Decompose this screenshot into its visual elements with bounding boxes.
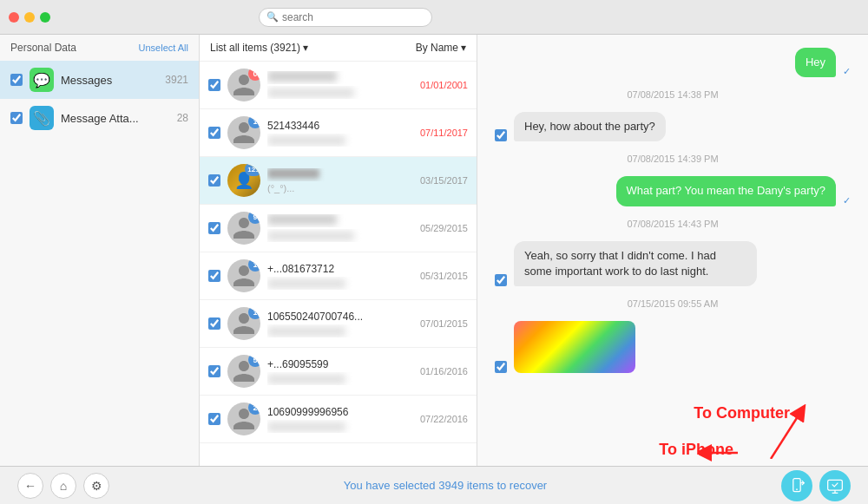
contact-info: (°_°)... xyxy=(267,168,413,193)
message-row xyxy=(495,321,851,373)
message-bubble: Yeah, so sorry that I didn't come. I had… xyxy=(514,241,757,286)
contact-checkbox[interactable] xyxy=(208,127,220,139)
selected-count: 3949 xyxy=(438,479,464,492)
maximize-button[interactable] xyxy=(40,12,50,23)
bottom-bar: ← ⌂ ⚙ You have selected 3949 items to re… xyxy=(0,466,868,504)
badge: 2 xyxy=(248,403,260,415)
list-item[interactable]: 9 05/29/2015 xyxy=(200,205,477,252)
contact-checkbox[interactable] xyxy=(208,222,220,234)
contact-date: 05/31/2015 xyxy=(420,271,468,281)
contact-checkbox[interactable] xyxy=(208,174,220,187)
search-icon: 🔍 xyxy=(266,11,279,23)
badge: 1 xyxy=(248,259,260,272)
badge: 121 xyxy=(245,164,260,176)
list-all-button[interactable]: List all items (3921) ▾ xyxy=(210,42,308,54)
contact-info: +...081673712 xyxy=(267,263,413,290)
arrow-computer-icon xyxy=(762,403,814,459)
to-iphone-button[interactable] xyxy=(781,470,812,501)
contact-info: +...69095599 xyxy=(267,358,413,385)
contact-date: 01/16/2016 xyxy=(420,366,468,376)
back-button[interactable]: ← xyxy=(17,473,43,499)
badge: 5 xyxy=(248,355,260,367)
contact-name xyxy=(267,168,413,181)
list-item[interactable]: 5 +...69095599 01/16/2016 xyxy=(200,348,477,396)
to-computer-button[interactable] xyxy=(819,470,851,501)
message-tick: ✓ xyxy=(843,66,851,77)
list-item[interactable]: 1 +...081673712 05/31/2015 xyxy=(200,252,477,300)
avatar: 0 xyxy=(227,69,260,101)
badge: 1 xyxy=(248,116,260,128)
list-item[interactable]: 0 01/01/2001 xyxy=(200,62,477,109)
avatar: 9 xyxy=(227,212,260,245)
contacts-list: 0 01/01/2001 1 xyxy=(200,62,477,466)
nav-buttons: ← ⌂ ⚙ xyxy=(17,473,109,499)
contact-name: +...69095599 xyxy=(267,358,413,370)
sidebar: Personal Data Unselect All 💬 Messages 39… xyxy=(0,35,200,466)
contact-preview: (°_°)... xyxy=(267,183,413,193)
contact-date: 05/29/2015 xyxy=(420,223,468,233)
iphone-icon xyxy=(788,477,806,494)
contact-preview xyxy=(267,134,413,147)
contact-name xyxy=(267,71,413,84)
chat-image xyxy=(514,321,635,373)
attachments-label: Message Atta... xyxy=(61,112,170,125)
contact-date: 03/15/2017 xyxy=(420,175,468,186)
contact-preview xyxy=(267,86,413,99)
list-item[interactable]: 2 10690999996956 07/22/2016 xyxy=(200,396,477,443)
badge: 0 xyxy=(248,69,260,81)
contact-name: 106550240700746... xyxy=(267,311,413,323)
attachments-icon: 📎 xyxy=(30,106,54,130)
contact-date: 07/22/2016 xyxy=(420,414,468,424)
avatar: 1 xyxy=(227,307,260,340)
contact-preview xyxy=(267,324,413,337)
gear-icon: ⚙ xyxy=(91,479,102,493)
contact-checkbox[interactable] xyxy=(208,270,220,282)
messages-checkbox[interactable] xyxy=(10,74,23,86)
home-icon: ⌂ xyxy=(60,479,67,493)
minimize-button[interactable] xyxy=(24,12,35,23)
contact-checkbox[interactable] xyxy=(208,413,220,425)
contact-checkbox[interactable] xyxy=(208,365,220,377)
contact-date: 01/01/2001 xyxy=(420,80,468,90)
close-button[interactable] xyxy=(9,12,19,23)
list-item[interactable]: 1 521433446 07/11/2017 xyxy=(200,109,477,157)
action-buttons xyxy=(781,470,851,501)
main-layout: Personal Data Unselect All 💬 Messages 39… xyxy=(0,35,868,466)
contact-name: 10690999996956 xyxy=(267,406,413,418)
sidebar-item-attachments[interactable]: 📎 Message Atta... 28 xyxy=(0,99,199,137)
chat-panel: Hey ✓ 07/08/2015 14:38 PM Hey, how about… xyxy=(477,35,868,466)
search-bar[interactable]: 🔍 xyxy=(259,8,432,27)
svg-line-0 xyxy=(771,411,801,459)
sort-button[interactable]: By Name ▾ xyxy=(416,42,466,54)
unselect-all-button[interactable]: Unselect All xyxy=(139,43,188,53)
attachments-count: 28 xyxy=(177,112,188,124)
message-checkbox[interactable] xyxy=(495,361,507,373)
svg-point-3 xyxy=(796,488,798,490)
list-item[interactable]: 1 106550240700746... 07/01/2015 xyxy=(200,300,477,348)
contact-preview xyxy=(267,420,413,433)
avatar: 5 xyxy=(227,355,260,388)
message-bubble: What part? You mean the Dany's party? xyxy=(616,176,836,206)
chat-messages: Hey ✓ 07/08/2015 14:38 PM Hey, how about… xyxy=(477,35,868,466)
message-row: Hey ✓ xyxy=(495,48,851,77)
contact-preview xyxy=(267,372,413,385)
badge: 9 xyxy=(248,212,260,224)
contact-preview xyxy=(267,229,413,242)
attachments-checkbox[interactable] xyxy=(10,112,23,124)
contact-preview xyxy=(267,277,413,290)
message-checkbox[interactable] xyxy=(495,129,507,141)
message-checkbox[interactable] xyxy=(495,274,507,286)
list-item[interactable]: 👤 121 (°_°)... 03/15/2017 xyxy=(200,157,477,205)
search-input[interactable] xyxy=(282,11,424,23)
contact-name xyxy=(267,214,413,227)
timestamp: 07/08/2015 14:38 PM xyxy=(495,89,851,100)
contact-info: 521433446 xyxy=(267,120,413,147)
message-bubble: Hey, how about the party? xyxy=(514,112,666,141)
contact-checkbox[interactable] xyxy=(208,317,220,330)
messages-count: 3921 xyxy=(165,74,188,86)
sidebar-item-messages[interactable]: 💬 Messages 3921 xyxy=(0,61,199,99)
home-button[interactable]: ⌂ xyxy=(50,473,76,499)
contact-checkbox[interactable] xyxy=(208,79,220,91)
settings-button[interactable]: ⚙ xyxy=(83,473,109,499)
arrow-iphone-icon xyxy=(699,440,742,466)
